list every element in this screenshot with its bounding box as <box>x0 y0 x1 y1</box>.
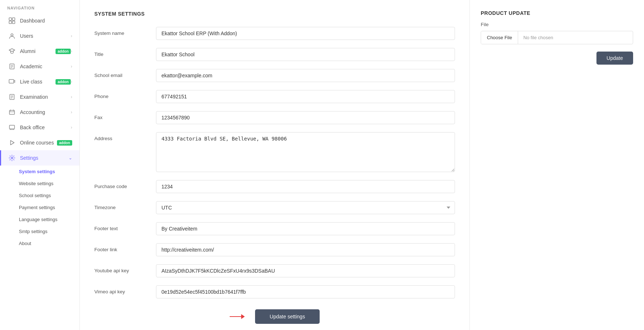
no-file-text: No file chosen <box>518 31 633 44</box>
section-title: SYSTEM SETTINGS <box>94 11 455 17</box>
sidebar-item-backoffice-label: Back office <box>20 125 71 130</box>
svg-rect-2 <box>9 21 12 24</box>
svg-rect-15 <box>9 125 15 129</box>
onlinecourses-addon-badge: addon <box>57 140 72 146</box>
file-label: File <box>481 22 633 27</box>
svg-point-4 <box>11 34 13 36</box>
timezone-label: Timezone <box>94 201 156 210</box>
sidebar-item-backoffice[interactable]: Back office › <box>0 120 79 135</box>
liveclass-addon-badge: addon <box>56 79 71 85</box>
sidebar-item-dashboard-label: Dashboard <box>20 18 72 24</box>
backoffice-icon <box>8 124 16 131</box>
title-row: Title <box>94 48 455 61</box>
fax-row: Fax <box>94 111 455 124</box>
sidebar-item-settings[interactable]: Settings ⌄ <box>0 150 79 166</box>
examination-arrow-icon: › <box>71 94 72 99</box>
academic-arrow-icon: › <box>71 64 72 69</box>
footer-text-row: Footer text <box>94 222 455 235</box>
sidebar-item-users[interactable]: Users › <box>0 28 79 44</box>
update-button[interactable]: Update <box>596 52 633 65</box>
school-email-input[interactable] <box>156 69 455 82</box>
fax-input[interactable] <box>156 111 455 124</box>
school-email-label: School email <box>94 69 156 78</box>
choose-file-button[interactable]: Choose File <box>481 31 518 44</box>
sidebar-item-accounting-label: Accounting <box>20 109 71 115</box>
settings-subnav: System settings Website settings School … <box>0 166 79 249</box>
sidebar-item-dashboard[interactable]: Dashboard <box>0 13 79 28</box>
sidebar-item-onlinecourses[interactable]: Online courses addon <box>0 135 79 150</box>
sidebar-item-liveclass[interactable]: Live class addon › <box>0 74 79 89</box>
sidebar-item-payment-settings[interactable]: Payment settings <box>0 201 79 213</box>
fax-label: Fax <box>94 111 156 120</box>
academic-icon <box>8 63 16 70</box>
update-btn-row: Update settings <box>94 309 455 324</box>
sidebar-item-website-settings[interactable]: Website settings <box>0 178 79 190</box>
sidebar-item-alumni[interactable]: Alumni addon › <box>0 44 79 59</box>
svg-point-17 <box>11 157 13 159</box>
file-input-row: Choose File No file chosen <box>481 31 633 44</box>
footer-text-label: Footer text <box>94 222 156 231</box>
footer-text-input[interactable] <box>156 222 455 235</box>
settings-panel: SYSTEM SETTINGS System name Title School… <box>80 0 470 330</box>
footer-link-input[interactable] <box>156 243 455 256</box>
settings-icon <box>8 154 16 162</box>
sidebar-item-users-label: Users <box>20 33 71 39</box>
footer-link-row: Footer link <box>94 243 455 256</box>
sidebar-item-system-settings[interactable]: System settings <box>0 166 79 178</box>
system-name-row: System name <box>94 27 455 40</box>
sidebar-item-language-settings[interactable]: Language settings <box>0 213 79 225</box>
online-icon <box>8 139 16 146</box>
svg-rect-9 <box>9 80 14 83</box>
sidebar-item-about[interactable]: About <box>0 237 79 249</box>
purchase-code-label: Purchase code <box>94 180 156 189</box>
system-name-input[interactable] <box>156 27 455 40</box>
settings-arrow-icon: ⌄ <box>69 155 72 160</box>
title-input[interactable] <box>156 48 455 61</box>
address-label: Address <box>94 132 156 141</box>
sidebar-item-alumni-label: Alumni <box>20 48 53 54</box>
nav-label: NAVIGATION <box>0 0 79 13</box>
alumni-icon <box>8 48 16 55</box>
accounting-icon <box>8 109 16 116</box>
users-icon <box>8 32 16 40</box>
youtube-api-key-input[interactable] <box>156 264 455 277</box>
purchase-code-row: Purchase code <box>94 180 455 193</box>
vimeo-api-key-label: Vimeo api key <box>94 285 156 294</box>
timezone-row: Timezone UTC America/New_York America/Lo… <box>94 201 455 214</box>
accounting-arrow-icon: › <box>71 110 72 115</box>
sidebar-item-examination[interactable]: Examination › <box>0 89 79 105</box>
svg-rect-3 <box>12 21 15 24</box>
vimeo-api-key-row: Vimeo api key <box>94 285 455 298</box>
product-update-panel: PRODUCT UPDATE File Choose File No file … <box>470 0 644 330</box>
sidebar-item-academic[interactable]: Academic › <box>0 59 79 74</box>
alumni-arrow-icon: › <box>71 49 72 54</box>
phone-row: Phone <box>94 90 455 103</box>
youtube-api-key-label: Youtube api key <box>94 264 156 273</box>
backoffice-arrow-icon: › <box>71 125 72 130</box>
svg-rect-0 <box>9 18 12 20</box>
phone-label: Phone <box>94 90 156 99</box>
sidebar-item-onlinecourses-label: Online courses <box>20 140 55 146</box>
timezone-select[interactable]: UTC America/New_York America/Los_Angeles… <box>156 201 455 214</box>
school-email-row: School email <box>94 69 455 82</box>
users-arrow-icon: › <box>71 33 72 38</box>
product-update-title: PRODUCT UPDATE <box>481 10 633 16</box>
address-input[interactable]: 4333 Factoria Blvd SE, Bellevue, WA 9800… <box>156 132 455 172</box>
vimeo-api-key-input[interactable] <box>156 285 455 298</box>
alumni-addon-badge: addon <box>56 49 71 54</box>
dashboard-icon <box>8 17 16 24</box>
update-settings-button[interactable]: Update settings <box>255 309 319 324</box>
sidebar-item-accounting[interactable]: Accounting › <box>0 105 79 120</box>
phone-input[interactable] <box>156 90 455 103</box>
sidebar-item-settings-label: Settings <box>20 155 69 161</box>
footer-link-label: Footer link <box>94 243 156 252</box>
sidebar-item-examination-label: Examination <box>20 94 71 100</box>
main-content: SYSTEM SETTINGS System name Title School… <box>80 0 644 330</box>
sidebar-item-school-settings[interactable]: School settings <box>0 190 79 201</box>
exam-icon <box>8 93 16 101</box>
sidebar-item-liveclass-label: Live class <box>20 79 53 85</box>
sidebar-item-smtp-settings[interactable]: Smtp settings <box>0 225 79 237</box>
sidebar: NAVIGATION Dashboard Users › Alumni addo… <box>0 0 80 330</box>
svg-rect-1 <box>12 18 15 20</box>
purchase-code-input[interactable] <box>156 180 455 193</box>
